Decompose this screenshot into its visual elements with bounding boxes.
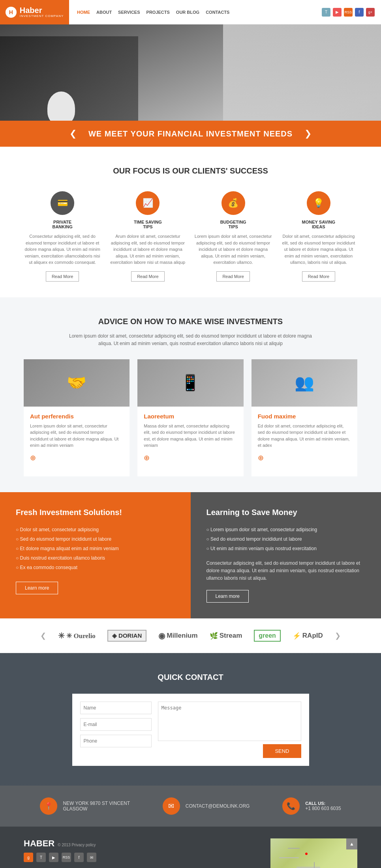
solutions-right-item-3: ○ Ut enim ad minim veniam quis nostrud e… (206, 544, 366, 553)
contact-form-wrapper: SEND (72, 694, 309, 766)
logos-next-arrow[interactable]: ❯ (335, 631, 341, 640)
feature-banking-title: PRIVATE BANKING (24, 220, 101, 229)
footer: HABER © 2013 Privacy policy g T ▶ RSS f … (0, 827, 381, 868)
hero-prev-arrow[interactable]: ❮ (69, 129, 77, 139)
advice-cards: 🤝 Aut perferendis Lorem ipsum dolor sit … (24, 359, 357, 476)
solutions-right-btn[interactable]: Learn more (206, 590, 249, 603)
logo-name: Haber (20, 6, 64, 14)
feature-banking-readmore[interactable]: Read More (46, 271, 79, 282)
advice-card-1-img: 🤝 (24, 359, 130, 407)
advice-card-3-title: Fuod maxime (258, 413, 351, 420)
feature-timesaving-readmore[interactable]: Read More (131, 271, 164, 282)
feature-banking: 💳 PRIVATE BANKING Consectetur adipiscing… (24, 191, 101, 282)
logo-partner-1: ✳✳ Ourelio (58, 631, 96, 640)
advice-card-2-img: 📱 (137, 359, 243, 407)
feature-timesaving-desc: Arum dolore sit amet, consectetur adipis… (109, 233, 186, 266)
footer-brand: HABER © 2013 Privacy policy (24, 838, 96, 849)
youtube-icon[interactable]: ▶ (333, 8, 342, 17)
rss-icon[interactable]: RSS (344, 8, 353, 17)
logos-section: ❮ ✳✳ Ourelio ◈ ◈ DORIANDORIAN ◉Millenium… (0, 618, 381, 653)
footer-map: ▲ (270, 838, 357, 868)
logo-sub: INVESTMENT COMPANY (20, 14, 64, 18)
facebook-icon[interactable]: f (355, 8, 364, 17)
phone-text: CALL US: +1 800 603 6035 (305, 801, 341, 811)
logo-partner-3: ◉Millenium (158, 631, 197, 640)
feature-budgeting-title: BUDGETING TIPS (195, 220, 272, 229)
logo-partner-6: ⚡RApID (293, 632, 323, 640)
focus-title: OUR FOCUS IS OUR CLIENTS' SUCCESS (24, 166, 357, 175)
nav-about[interactable]: ABOUT (96, 10, 112, 15)
nav-contacts[interactable]: CONTACTS (206, 10, 229, 15)
logo-partner-4: 🌿Stream (210, 632, 242, 640)
logo-box: H Haber INVESTMENT COMPANY (0, 0, 69, 24)
nav-home[interactable]: HOME (77, 10, 90, 15)
feature-budgeting-readmore[interactable]: Read More (216, 271, 250, 282)
contact-title: QUICK CONTACT (24, 673, 357, 682)
feature-moneysaving-desc: Dolor sit amet, consectetur adipiscing e… (280, 233, 357, 266)
solutions-left-item-3: ○ Et dolore magna aliquat enim ad minim … (16, 544, 175, 553)
features-grid: 💳 PRIVATE BANKING Consectetur adipiscing… (24, 191, 357, 282)
footer-social-email[interactable]: ✉ (87, 853, 96, 862)
footer-social-youtube[interactable]: ▶ (49, 853, 58, 862)
solutions-left-item-1: ○ Dolor sit amet, consectetur adipiscing (16, 525, 175, 534)
contact-name-input[interactable] (80, 702, 152, 714)
footer-social-rss[interactable]: RSS (62, 853, 71, 862)
feature-budgeting-icon: 💰 (221, 191, 245, 215)
info-phone: 📞 CALL US: +1 800 603 6035 (282, 797, 341, 815)
solutions-right-title: Learning to Save Money (206, 508, 366, 517)
hero-banner: ❮ WE MEET YOUR FINANCIAL INVESTMENT NEED… (0, 121, 381, 147)
feature-moneysaving-title: MONEY SAVING IDEAS (280, 220, 357, 229)
feature-banking-icon: 💳 (51, 191, 74, 215)
solutions-left-item-4: ○ Duis nostrud exercitation ullamco labo… (16, 553, 175, 563)
advice-card-1-icon[interactable]: ⊕ (30, 454, 123, 462)
info-address: 📍 NEW YORK 9870 ST VINCENT GLASGOW (40, 797, 130, 815)
header: H Haber INVESTMENT COMPANY HOME ABOUT SE… (0, 0, 381, 24)
solutions-left-item-5: ○ Ex ea commodo consequat (16, 563, 175, 572)
advice-card-1: 🤝 Aut perferendis Lorem ipsum dolor sit … (24, 359, 130, 476)
footer-social-google[interactable]: g (24, 853, 33, 862)
solutions-right-item-1: ○ Lorem ipsum dolor sit amet, consectetu… (206, 525, 366, 534)
contact-send-btn[interactable]: SEND (263, 744, 301, 758)
nav-projects[interactable]: PROJECTS (146, 10, 170, 15)
advice-card-2-icon[interactable]: ⊕ (144, 454, 237, 462)
nav-services[interactable]: SERVICES (118, 10, 140, 15)
solutions-right-list: ○ Lorem ipsum dolor sit amet, consectetu… (206, 525, 366, 553)
main-nav: HOME ABOUT SERVICES PROJECTS OUR BLOG CO… (69, 10, 322, 15)
solutions-left-btn[interactable]: Learn more (16, 582, 58, 594)
google-plus-icon[interactable]: g+ (366, 8, 375, 17)
advice-card-1-title: Aut perferendis (30, 413, 123, 420)
solutions-left-title: Fresh Investment Solutions! (16, 508, 175, 517)
solutions-right-item-2: ○ Sed do eiusmod tempor incididunt ut la… (206, 534, 366, 544)
advice-card-3-icon[interactable]: ⊕ (258, 454, 351, 462)
advice-card-2-title: Laoreetum (144, 413, 237, 420)
contact-section: QUICK CONTACT SEND (0, 653, 381, 786)
advice-card-1-desc: Lorem ipsum dolor sit amet, consectetur … (30, 423, 123, 449)
address-icon: 📍 (40, 797, 57, 815)
advice-card-2-desc: Massa dolor sit amet, consectetur adipis… (144, 423, 237, 449)
advice-card-3: 👥 Fuod maxime Ed dolor sit amet, consect… (251, 359, 357, 476)
hero-next-arrow[interactable]: ❯ (304, 129, 312, 139)
feature-timesaving-title: TIME SAVING TIPS (109, 220, 186, 229)
logos-prev-arrow[interactable]: ❮ (40, 631, 46, 640)
info-email: ✉ CONTACT@DEMOLINK.ORG (163, 797, 250, 815)
contact-message-input[interactable] (158, 702, 301, 741)
feature-budgeting-desc: Lorem ipsum dolor sit amet, consectetur … (195, 233, 272, 266)
advice-card-2: 📱 Laoreetum Massa dolor sit amet, consec… (137, 359, 243, 476)
footer-social: g T ▶ RSS f ✉ (24, 853, 96, 862)
solutions-left-list: ○ Dolor sit amet, consectetur adipiscing… (16, 525, 175, 572)
footer-social-facebook[interactable]: f (74, 853, 84, 862)
nav-blog[interactable]: OUR BLOG (176, 10, 199, 15)
scroll-top-btn[interactable]: ▲ (346, 838, 357, 849)
phone-icon: 📞 (282, 797, 300, 815)
feature-moneysaving: 💡 MONEY SAVING IDEAS Dolor sit amet, con… (280, 191, 357, 282)
info-row: 📍 NEW YORK 9870 ST VINCENT GLASGOW ✉ CON… (0, 786, 381, 827)
contact-email-input[interactable] (80, 718, 152, 731)
footer-social-twitter[interactable]: T (36, 853, 46, 862)
hero-banner-text: WE MEET YOUR FINANCIAL INVESTMENT NEEDS (88, 129, 293, 138)
solutions-section: Fresh Investment Solutions! ○ Dolor sit … (0, 492, 381, 619)
twitter-icon[interactable]: T (322, 8, 330, 17)
feature-moneysaving-readmore[interactable]: Read More (302, 271, 335, 282)
solutions-right-desc: Consectetur adipiscing elit, sed do eius… (206, 560, 366, 582)
footer-left: HABER © 2013 Privacy policy g T ▶ RSS f … (24, 838, 96, 862)
contact-phone-input[interactable] (80, 735, 152, 747)
